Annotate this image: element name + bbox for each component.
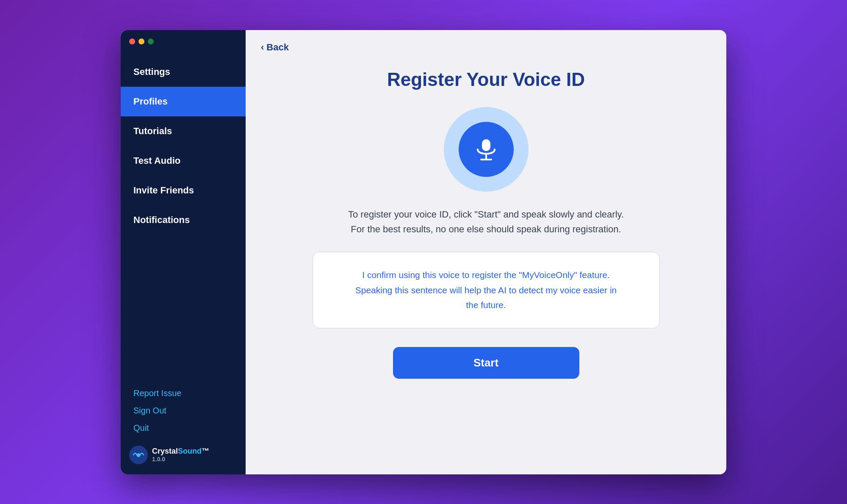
report-issue-link[interactable]: Report Issue (133, 388, 233, 398)
window-controls (121, 30, 246, 49)
sidebar-item-profiles[interactable]: Profiles (121, 87, 246, 116)
svg-rect-2 (482, 139, 490, 151)
mic-inner-circle (459, 122, 514, 177)
back-button[interactable]: ‹ Back (246, 30, 304, 65)
sidebar-item-settings[interactable]: Settings (121, 57, 246, 87)
sidebar-item-invite-friends[interactable]: Invite Friends (121, 176, 246, 205)
instruction-text: To register your voice ID, click "Start"… (348, 207, 624, 237)
sidebar-item-tutorials[interactable]: Tutorials (121, 116, 246, 146)
page-title: Register Your Voice ID (387, 69, 585, 90)
start-button[interactable]: Start (393, 347, 579, 379)
maximize-button[interactable] (148, 39, 154, 44)
logo-version: 1.0.0 (152, 456, 209, 463)
confirmation-box: I confirm using this voice to register t… (313, 252, 660, 328)
confirmation-text: I confirm using this voice to register t… (334, 267, 638, 313)
mic-icon-container (444, 107, 529, 192)
sidebar-bottom-links: Report Issue Sign Out Quit (121, 380, 246, 437)
quit-link[interactable]: Quit (133, 423, 233, 433)
logo-icon (129, 446, 148, 464)
logo-name: CrystalSound™ (152, 447, 209, 456)
microphone-icon (473, 137, 499, 162)
mic-outer-circle (444, 107, 529, 192)
close-button[interactable] (129, 39, 135, 44)
svg-point-1 (137, 453, 140, 457)
sidebar-nav: Settings Profiles Tutorials Test Audio I… (121, 49, 246, 380)
app-logo: CrystalSound™ 1.0.0 (121, 437, 246, 474)
content-area: Register Your Voice ID To register your … (246, 65, 726, 474)
minimize-button[interactable] (138, 39, 144, 44)
back-chevron-icon: ‹ (261, 42, 264, 53)
sidebar: Settings Profiles Tutorials Test Audio I… (121, 30, 246, 474)
sidebar-item-notifications[interactable]: Notifications (121, 205, 246, 235)
sign-out-link[interactable]: Sign Out (133, 406, 233, 416)
main-content: ‹ Back Register Your Voice ID (246, 30, 726, 474)
sidebar-item-test-audio[interactable]: Test Audio (121, 146, 246, 176)
app-window: Settings Profiles Tutorials Test Audio I… (121, 30, 726, 474)
